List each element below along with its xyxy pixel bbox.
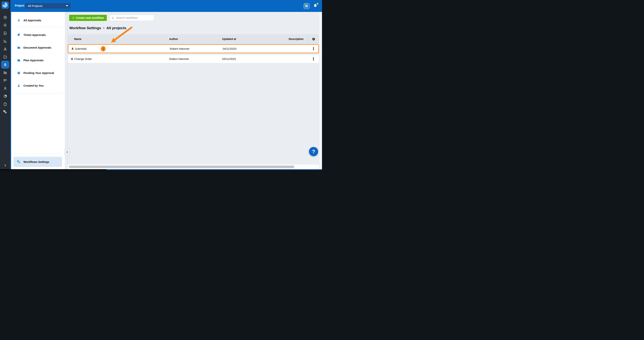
toolbar: + Create new workflow <box>69 15 319 21</box>
breadcrumb-separator: > <box>103 26 105 30</box>
column-header-description[interactable]: Description <box>284 38 308 41</box>
project-label: Project <box>15 4 24 7</box>
sidebar-item-pending-your-approval[interactable]: Pending Your Approval <box>11 69 65 77</box>
pie-icon <box>3 94 7 98</box>
rail-item-settings[interactable] <box>0 108 10 116</box>
rail-item-company[interactable] <box>0 69 10 77</box>
breadcrumb: Workflow Settings > All projects <box>69 26 319 30</box>
rail-item-reports[interactable] <box>0 37 10 45</box>
rail-item-approvals[interactable] <box>0 61 10 69</box>
annotation-step-badge: 1 <box>101 46 106 52</box>
person-outline-icon <box>3 87 7 90</box>
clock-icon <box>17 71 20 75</box>
table-row-change-order[interactable]: Change Order Robert Hammer 04/11/2025 <box>68 54 319 63</box>
table-header: Name Author Updated at Description <box>68 34 319 44</box>
caret-down-icon <box>66 5 68 7</box>
app-logo[interactable] <box>2 2 9 9</box>
stamp-icon <box>71 47 74 50</box>
workflow-name: Submittal <box>75 47 86 50</box>
sidebar-item-workflows-settings[interactable]: Workflows Settings <box>14 157 62 167</box>
sidebar-accent-strip <box>10 12 11 170</box>
gears-icon <box>3 110 7 114</box>
form-icon <box>3 31 7 35</box>
project-selector-dropdown[interactable]: All Projects <box>25 3 70 9</box>
stamp-icon <box>70 58 74 61</box>
person-icon <box>17 84 20 87</box>
sidebar-item-label: Document Approvals <box>24 46 51 49</box>
plus-icon: + <box>72 16 74 20</box>
sidebar-item-label: Pending Your Approval <box>24 72 54 75</box>
row-actions-cell <box>308 46 318 51</box>
sidebar-item-label: Workflows Settings <box>24 160 49 163</box>
sidebar-item-document-approvals[interactable]: Document Approvals <box>11 44 65 52</box>
column-header-name[interactable]: Name <box>68 38 169 41</box>
gears-icon <box>17 160 20 164</box>
search-workflows-box <box>110 15 154 21</box>
rail-item-tags[interactable] <box>0 21 10 29</box>
window-bottom-edge <box>0 169 322 170</box>
rail-item-dashboard[interactable] <box>0 14 10 21</box>
left-icon-rail <box>0 0 10 170</box>
sidebar-item-plan-approvals[interactable]: Plan Approvals <box>11 57 65 64</box>
column-header-updated[interactable]: Updated at <box>222 38 284 41</box>
breadcrumb-parent[interactable]: Workflow Settings <box>69 26 101 30</box>
folder-icon <box>17 59 20 62</box>
create-workflow-button[interactable]: + Create new workflow <box>69 15 107 21</box>
sidebar-item-created-by-you[interactable]: Created by You <box>11 82 65 90</box>
workflow-author: Robert Hammer <box>170 47 223 50</box>
main-content: + Create new workflow Workflow Settings … <box>68 12 319 170</box>
sidebar-item-ticket-approvals[interactable]: Ticket Approvals <box>11 31 65 39</box>
rail-item-analytics[interactable] <box>0 92 10 100</box>
gear-icon <box>312 38 315 41</box>
help-button[interactable]: ? <box>309 147 318 156</box>
workflow-updated-at: 04/11/2025 <box>223 47 285 50</box>
stamp-icon <box>3 63 7 67</box>
topbar: Project All Projects <box>10 0 322 12</box>
row-actions-cell <box>308 57 319 62</box>
workflow-name-cell: Submittal <box>68 47 170 50</box>
chevron-right-icon <box>4 164 7 167</box>
column-header-author[interactable]: Author <box>169 38 222 41</box>
gantt-icon <box>3 39 7 43</box>
rail-item-files[interactable] <box>0 53 10 61</box>
rail-item-flags[interactable] <box>0 77 10 84</box>
tags-icon <box>17 33 20 37</box>
sidebar-item-label: Plan Approvals <box>24 59 44 62</box>
flag-icon <box>3 79 7 82</box>
horizontal-scrollbar-thumb[interactable] <box>69 166 294 168</box>
chevron-left-icon <box>66 151 68 153</box>
workflow-name: Change Order <box>74 58 92 61</box>
page-scrollbar-gutter <box>319 12 322 170</box>
sidebar-spacer <box>11 93 65 154</box>
topbar-actions <box>304 0 318 12</box>
logo-arcs-icon <box>2 3 8 8</box>
notification-dot <box>316 3 318 5</box>
folder-icon <box>17 46 20 49</box>
sidebar-item-all-approvals[interactable]: All Approvals <box>11 17 65 24</box>
column-settings-cell[interactable] <box>308 34 319 44</box>
site-icon <box>3 47 7 51</box>
sidebar-item-label: All Approvals <box>24 19 41 22</box>
horizontal-scrollbar-track[interactable] <box>68 164 319 169</box>
sidebar-item-label: Ticket Approvals <box>24 34 46 37</box>
folder-outline-icon <box>3 55 7 59</box>
rail-item-forms[interactable] <box>0 29 10 37</box>
gauge-icon <box>3 16 7 20</box>
integrations-button[interactable] <box>304 3 310 9</box>
row-menu-button[interactable] <box>312 46 315 51</box>
create-workflow-label: Create new workflow <box>76 16 104 20</box>
breadcrumb-current: All projects <box>106 26 126 30</box>
sidebar-divider <box>14 154 62 154</box>
row-menu-button[interactable] <box>312 57 315 62</box>
integrations-icon <box>305 4 308 8</box>
expand-rail-button[interactable] <box>0 163 10 168</box>
search-workflows-input[interactable] <box>116 16 152 20</box>
sidebar-divider <box>14 27 62 27</box>
table-row-submittal[interactable]: Submittal Robert Hammer 04/11/2025 1 <box>68 44 319 53</box>
rail-item-checklists[interactable] <box>0 100 10 108</box>
stamp-icon <box>17 19 20 22</box>
notifications-button[interactable] <box>313 4 318 9</box>
rail-item-people[interactable] <box>0 84 10 92</box>
rail-item-site[interactable] <box>0 45 10 53</box>
collapse-sidebar-button[interactable] <box>64 148 70 156</box>
